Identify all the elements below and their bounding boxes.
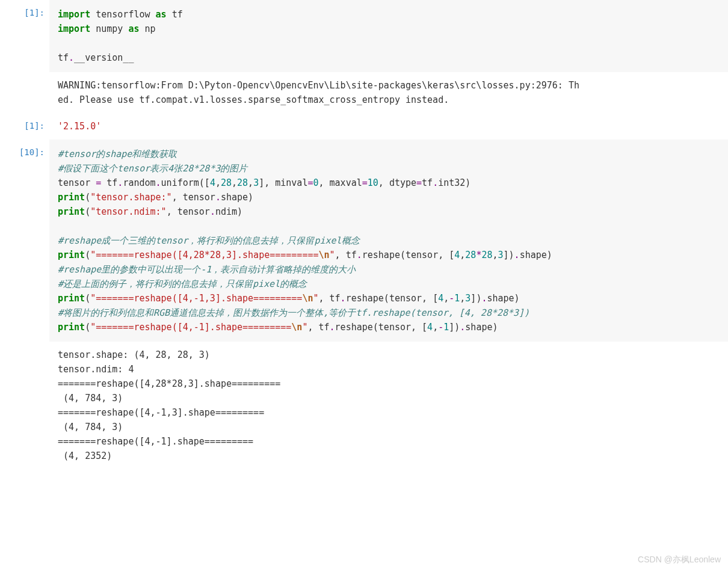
cell-1-output: [1]: '2.15.0'	[0, 113, 728, 140]
cell-1-output-content: '2.15.0'	[49, 113, 728, 140]
cell-1-warning-prompt	[0, 72, 49, 113]
cell-1-warning-text: WARNING:tensorflow:From D:\Pyton-Opencv\…	[49, 72, 728, 113]
cell-1-output-text: '2.15.0'	[49, 113, 728, 140]
cell-1-code[interactable]: import tensorflow as tf import numpy as …	[49, 0, 728, 72]
cell-2-content: #tensor的shape和维数获取 #假设下面这个tensor表示4张28*2…	[49, 140, 728, 342]
cell-1-warning: WARNING:tensorflow:From D:\Pyton-Opencv\…	[0, 72, 728, 113]
cell-2-prompt: [10]:	[0, 140, 49, 342]
cell-2-output-content: tensor.shape: (4, 28, 28, 3) tensor.ndim…	[49, 342, 728, 469]
cell-1-content: import tensorflow as tf import numpy as …	[49, 0, 728, 72]
cell-2-code[interactable]: #tensor的shape和维数获取 #假设下面这个tensor表示4张28*2…	[49, 140, 728, 342]
cell-1-input: [1]: import tensorflow as tf import nump…	[0, 0, 728, 72]
cell-1-prompt: [1]:	[0, 0, 49, 72]
cell-1-output-prompt: [1]:	[0, 113, 49, 140]
cell-1-warning-content: WARNING:tensorflow:From D:\Pyton-Opencv\…	[49, 72, 728, 113]
cell-2-input: [10]: #tensor的shape和维数获取 #假设下面这个tensor表示…	[0, 140, 728, 342]
cell-2-output-text: tensor.shape: (4, 28, 28, 3) tensor.ndim…	[49, 342, 728, 469]
cell-2-output-prompt	[0, 342, 49, 469]
cell-2-output: tensor.shape: (4, 28, 28, 3) tensor.ndim…	[0, 342, 728, 469]
